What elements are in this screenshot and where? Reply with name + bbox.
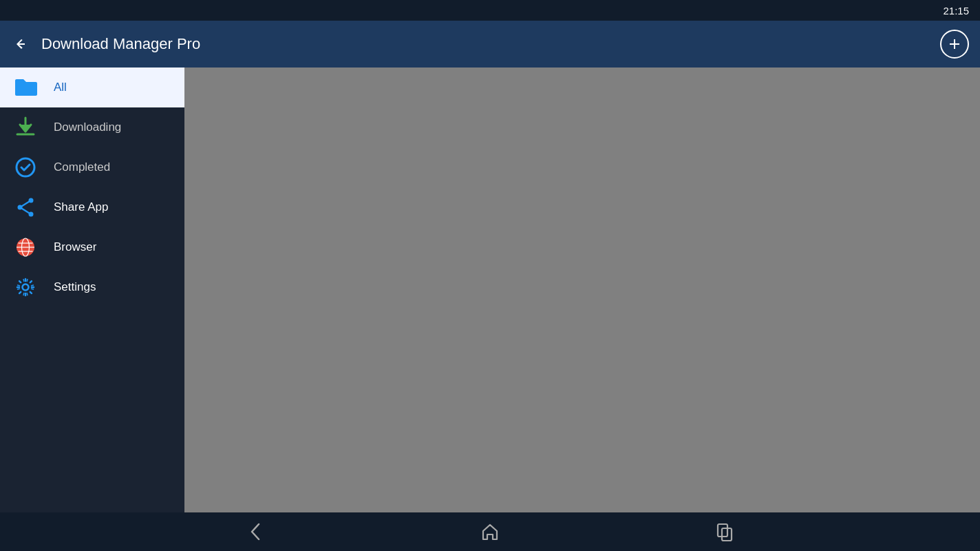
app-bar-left: Download Manager Pro xyxy=(11,34,200,54)
app-title: Download Manager Pro xyxy=(41,35,200,53)
sidebar-item-browser-label: Browser xyxy=(54,240,96,254)
download-icon xyxy=(14,116,37,139)
back-button[interactable] xyxy=(11,34,30,54)
add-button[interactable] xyxy=(940,30,969,59)
sidebar-item-all[interactable]: All xyxy=(0,67,184,107)
sidebar-item-share-app-label: Share App xyxy=(54,200,108,214)
sidebar-item-downloading[interactable]: Downloading xyxy=(0,107,184,147)
folder-icon xyxy=(14,76,37,99)
status-time: 21:15 xyxy=(943,5,969,17)
sidebar-item-settings-label: Settings xyxy=(54,280,96,294)
main-layout: All Downloading Completed xyxy=(0,67,980,512)
sidebar-item-share-app[interactable]: Share App xyxy=(0,187,184,227)
sidebar-item-completed-label: Completed xyxy=(54,160,110,174)
sidebar: All Downloading Completed xyxy=(0,67,184,512)
sidebar-item-downloading-label: Downloading xyxy=(54,121,121,134)
home-nav-button[interactable] xyxy=(480,521,500,542)
globe-icon xyxy=(14,236,37,259)
back-nav-button[interactable] xyxy=(245,521,266,542)
check-circle-icon xyxy=(14,156,37,179)
svg-line-5 xyxy=(20,207,31,214)
recents-nav-button[interactable] xyxy=(714,521,735,542)
gear-icon xyxy=(14,276,37,299)
sidebar-item-browser[interactable]: Browser xyxy=(0,227,184,267)
bottom-nav xyxy=(0,512,980,551)
app-bar: Download Manager Pro xyxy=(0,21,980,67)
sidebar-item-settings[interactable]: Settings xyxy=(0,267,184,307)
share-icon xyxy=(14,196,37,219)
svg-line-4 xyxy=(20,200,31,207)
sidebar-item-all-label: All xyxy=(54,81,67,94)
content-area xyxy=(184,67,980,512)
svg-point-11 xyxy=(23,284,29,291)
status-bar: 21:15 xyxy=(0,0,980,21)
sidebar-item-completed[interactable]: Completed xyxy=(0,147,184,187)
